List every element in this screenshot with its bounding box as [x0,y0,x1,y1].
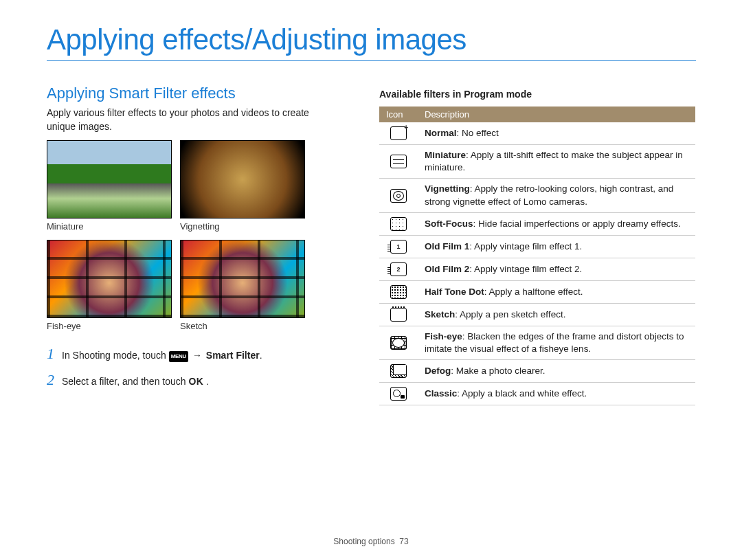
filter-icon-cell [379,212,418,235]
filter-name: Normal [425,128,457,138]
filter-icon-cell [379,179,418,212]
table-row: Normal: No effect [379,122,695,145]
sample-image [180,240,305,318]
filter-icon-cell [379,383,418,405]
oldfilm1-icon [390,240,407,254]
filter-desc-cell: Normal: No effect [418,122,695,145]
filter-desc: : Apply a black and white effect. [457,388,587,399]
sample-label: Sketch [180,321,305,331]
table-row: Sketch: Apply a pen sketch effect. [379,303,695,326]
table-row: Old Film 1: Apply vintage film effect 1. [379,235,695,258]
filter-desc: : Apply vintage film effect 1. [469,241,582,251]
fisheye-icon [390,336,407,350]
filter-name: Fish-eye [425,331,462,341]
right-column: Available filters in Program mode Icon D… [379,85,695,405]
filter-desc-cell: Old Film 1: Apply vintage film effect 1. [418,235,695,258]
step-text: In Shooting mode, touch MENU → Smart Fil… [62,348,262,363]
th-description: Description [418,107,695,122]
miniature-icon [390,155,407,168]
page-title: Applying effects/Adjusting images [47,23,696,61]
table-row: Half Tone Dot: Apply a halftone effect. [379,280,695,303]
footer-section: Shooting options [333,537,394,546]
sample-miniature: Miniature [47,140,172,232]
filter-name: Defog [425,366,451,376]
intro-text: Apply various filter effects to your pho… [47,107,335,133]
page-footer: Shooting options 73 [0,537,742,546]
filter-desc: : Apply a pen sketch effect. [455,309,565,320]
left-column: Applying Smart Filter effects Apply vari… [47,85,335,405]
sample-sketch: Sketch [180,240,305,331]
table-row: Vignetting: Apply the retro-looking colo… [379,179,695,212]
sample-vignetting: Vignetting [180,140,305,232]
th-icon: Icon [379,107,418,122]
filter-desc: : Apply vintage film effect 2. [469,264,582,274]
filter-desc: : No effect [457,128,499,138]
step2-pre: Select a filter, and then touch [62,376,188,387]
sketch-icon [390,308,407,322]
filter-desc: : Make a photo clearer. [451,366,545,376]
filter-icon-cell [379,326,418,359]
sample-label: Vignetting [180,221,305,232]
step-2: 2 Select a filter, and then touch OK . [47,371,335,389]
halftone-icon [390,285,407,299]
step-text: Select a filter, and then touch OK . [62,374,209,389]
filter-icon-cell [379,280,418,303]
step1-post: . [260,350,262,361]
filter-name: Old Film 2 [425,264,469,274]
filter-desc: : Apply a halftone effect. [484,287,583,297]
filter-desc-cell: Old Film 2: Apply vintage film effect 2. [418,258,695,280]
section-title: Applying Smart Filter effects [47,85,335,102]
filter-desc: : Blacken the edges of the frame and dis… [425,331,684,354]
table-row: Fish-eye: Blacken the edges of the frame… [379,326,695,359]
oldfilm2-icon [390,262,407,276]
filter-name: Vignetting [425,183,470,194]
filter-desc-cell: Miniature: Apply a tilt-shift effect to … [418,145,695,179]
filter-name: Miniature [425,150,466,160]
step-number: 1 [47,345,62,363]
footer-page: 73 [399,537,408,546]
softfocus-icon [390,217,407,231]
sample-fisheye: Fish-eye [47,240,172,331]
sample-image [180,140,305,219]
filter-name: Classic [425,388,457,399]
table-row: Defog: Make a photo clearer. [379,360,695,383]
filter-desc: : Hide facial imperfections or apply dre… [473,219,681,229]
table-heading: Available filters in Program mode [379,89,695,100]
filter-desc-cell: Sketch: Apply a pen sketch effect. [418,303,695,326]
sample-label: Fish-eye [47,321,172,331]
filter-name: Old Film 1 [425,241,469,251]
filter-table: Icon Description Normal: No effectMiniat… [379,107,695,405]
sample-label: Miniature [47,221,172,232]
filter-icon-cell [379,122,418,145]
table-row: Old Film 2: Apply vintage film effect 2. [379,258,695,280]
filter-desc-cell: Half Tone Dot: Apply a halftone effect. [418,280,695,303]
filter-icon-cell [379,145,418,179]
table-row: Soft-Focus: Hide facial imperfections or… [379,212,695,235]
normal-icon [390,126,407,140]
step-number: 2 [47,371,62,389]
filter-icon-cell [379,303,418,326]
content-columns: Applying Smart Filter effects Apply vari… [47,85,695,405]
defog-icon [390,364,407,378]
table-row: Miniature: Apply a tilt-shift effect to … [379,145,695,179]
arrow-icon: → [192,350,205,361]
filter-desc-cell: Fish-eye: Blacken the edges of the frame… [418,326,695,359]
filter-name: Soft-Focus [425,219,473,229]
filter-name: Sketch [425,309,455,320]
filter-desc-cell: Classic: Apply a black and white effect. [418,383,695,405]
filter-name: Half Tone Dot [425,287,484,297]
table-row: Classic: Apply a black and white effect. [379,383,695,405]
step1-pre: In Shooting mode, touch [62,350,169,361]
vignetting-icon [390,189,407,203]
sample-image [47,240,172,318]
ok-icon: OK [188,376,203,387]
step1-bold: Smart Filter [206,350,260,361]
filter-desc-cell: Defog: Make a photo clearer. [418,360,695,383]
step-1: 1 In Shooting mode, touch MENU → Smart F… [47,345,335,363]
steps-list: 1 In Shooting mode, touch MENU → Smart F… [47,345,335,389]
filter-icon-cell [379,235,418,258]
menu-icon: MENU [169,351,188,362]
step2-post: . [203,376,209,387]
filter-icon-cell [379,360,418,383]
classic-icon [390,387,407,401]
